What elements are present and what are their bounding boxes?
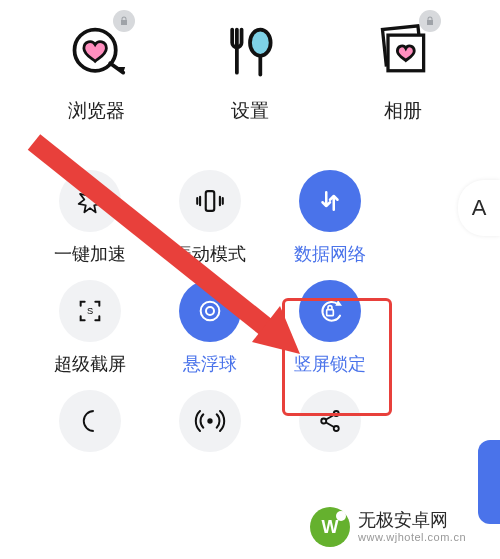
qs-label: 振动模式: [174, 242, 246, 266]
qs-label: 一键加速: [54, 242, 126, 266]
app-item-browser[interactable]: 浏览器: [37, 20, 157, 124]
svg-rect-7: [206, 191, 215, 211]
vibrate-icon: [179, 170, 241, 232]
app-shortcuts-row: 浏览器 设置: [0, 0, 500, 134]
share-icon: [299, 390, 361, 452]
browser-heart-icon: [65, 20, 129, 84]
app-item-settings[interactable]: 设置: [190, 20, 310, 124]
svg-line-17: [326, 415, 335, 420]
watermark-url: www.wjhotel.com.cn: [358, 531, 466, 543]
speed-boost-icon: [59, 170, 121, 232]
side-text-label: A: [472, 195, 487, 221]
moon-dnd-icon: [59, 390, 121, 452]
qs-item-data-network[interactable]: 数据网络: [270, 170, 390, 266]
watermark-title: 无极安卓网: [358, 511, 466, 531]
qs-item-super-screenshot[interactable]: S 超级截屏: [30, 280, 150, 376]
app-label: 设置: [231, 98, 269, 124]
svg-point-10: [206, 307, 214, 315]
app-label: 浏览器: [68, 98, 125, 124]
svg-text:S: S: [87, 306, 93, 316]
assistive-ball-icon: [179, 280, 241, 342]
side-text-button[interactable]: A: [458, 180, 500, 236]
app-label: 相册: [384, 98, 422, 124]
qs-item-dnd[interactable]: [30, 390, 150, 462]
qs-label: 超级截屏: [54, 352, 126, 376]
qs-item-share[interactable]: [270, 390, 390, 462]
app-item-gallery[interactable]: 相册: [343, 20, 463, 124]
svg-line-18: [326, 422, 335, 427]
quick-settings-grid: 一键加速 振动模式 数据网络 S: [0, 134, 420, 462]
qs-item-speed-boost[interactable]: 一键加速: [30, 170, 150, 266]
qs-item-assistive-ball[interactable]: 悬浮球: [150, 280, 270, 376]
qs-item-hotspot[interactable]: [150, 390, 270, 462]
data-network-icon: [299, 170, 361, 232]
svg-point-3: [250, 30, 271, 56]
qs-label: 竖屏锁定: [294, 352, 366, 376]
control-panel: 浏览器 设置: [0, 0, 500, 462]
qs-label: 悬浮球: [183, 352, 237, 376]
gallery-icon: [371, 20, 435, 84]
hotspot-icon: [179, 390, 241, 452]
svg-point-9: [201, 302, 220, 321]
portrait-lock-icon: [299, 280, 361, 342]
qs-item-portrait-lock[interactable]: 竖屏锁定: [270, 280, 390, 376]
qs-item-vibrate[interactable]: 振动模式: [150, 170, 270, 266]
watermark: W 无极安卓网 www.wjhotel.com.cn: [310, 507, 466, 547]
svg-point-13: [207, 418, 212, 423]
svg-rect-12: [327, 310, 334, 316]
side-handle[interactable]: [478, 440, 500, 524]
lock-icon: [419, 10, 441, 32]
qs-label: 数据网络: [294, 242, 366, 266]
lock-icon: [113, 10, 135, 32]
super-screenshot-icon: S: [59, 280, 121, 342]
watermark-logo: W: [310, 507, 350, 547]
settings-utensils-icon: [218, 20, 282, 84]
